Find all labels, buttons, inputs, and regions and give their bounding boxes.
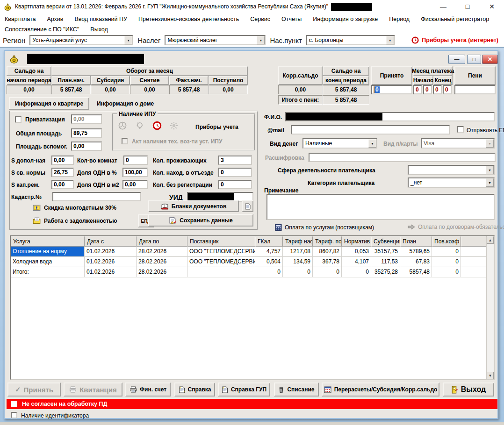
col-data-s[interactable]: Дата с xyxy=(85,236,137,247)
month-end-1-input[interactable]: 0 xyxy=(433,85,442,94)
residents-input[interactable]: 3 xyxy=(218,156,252,165)
s-norm-input[interactable]: 26,75 xyxy=(51,168,74,177)
menu-pretenzionno[interactable]: Претензионно-исковая деятельность xyxy=(138,16,239,22)
note-textarea[interactable] xyxy=(266,194,495,220)
cell[interactable]: 0 xyxy=(313,267,342,277)
month-start-1-input[interactable]: 0 xyxy=(413,85,422,94)
menu-arhiv[interactable]: Архив xyxy=(47,16,63,22)
consent-checkbox[interactable] xyxy=(11,401,17,407)
col-usluga[interactable]: Услуга xyxy=(11,236,85,247)
fio-input[interactable] xyxy=(285,112,495,121)
menu-vvod-pokazaniy[interactable]: Ввод показаний ПУ xyxy=(74,16,127,22)
money-type-combobox[interactable]: Наличные ▼ xyxy=(302,138,377,149)
large-family-discount-link[interactable]: Скидка многодетным 30% xyxy=(33,204,116,212)
month-end-2-input[interactable]: 0 xyxy=(443,85,452,94)
cell[interactable]: 0 xyxy=(432,247,461,257)
recalc-subsidy-button[interactable]: Перерасчеты/Субсидия/Корр.сальдо xyxy=(322,382,439,397)
cell[interactable]: 28.02.2026 xyxy=(137,257,187,267)
cell[interactable]: 28.02.2026 xyxy=(137,247,187,257)
privatization-checkbox[interactable] xyxy=(15,116,22,123)
debt-work-link[interactable]: Работа с задолженностью xyxy=(33,217,117,225)
exit-button[interactable]: Выход xyxy=(443,382,494,397)
save-data-button[interactable]: Сохранить данные xyxy=(148,214,253,227)
cell[interactable]: 4,107 xyxy=(342,257,371,267)
region-combobox[interactable]: Усть-Алданский улус ▼ xyxy=(29,35,133,45)
menu-kvartplata[interactable]: Квартплата xyxy=(5,16,36,22)
cell[interactable]: 01.02.2026 xyxy=(85,257,137,267)
document-blanks-button[interactable]: Бланки документов xyxy=(148,200,239,212)
cell[interactable]: 35275,28 xyxy=(371,267,400,277)
menu-fiskalny-registrator[interactable]: Фискальный регистратор xyxy=(421,16,489,22)
col-postavshchik[interactable]: Поставщик xyxy=(187,236,255,247)
spravka-button[interactable]: Справка xyxy=(174,382,215,397)
cell[interactable]: 5857,48 xyxy=(400,267,432,277)
col-data-po[interactable]: Дата по xyxy=(137,236,187,247)
col-tarif-nas[interactable]: Тариф нас. xyxy=(283,236,313,247)
grid-row-heating[interactable]: Отопление на норму 01.02.2026 28.02.2026… xyxy=(11,247,494,257)
single-blank-button[interactable] xyxy=(242,200,253,212)
unregistered-input[interactable]: 0 xyxy=(218,180,252,189)
child-close-button[interactable]: ✕ xyxy=(482,55,498,64)
cell[interactable]: 0 xyxy=(432,257,461,267)
cell[interactable]: 01.02.2026 xyxy=(85,267,137,277)
accepted-input[interactable]: 0 xyxy=(371,85,412,94)
spisanie-button[interactable]: Списание xyxy=(274,382,319,397)
spravka-gup-button[interactable]: Справка ГУП xyxy=(218,382,270,397)
maximize-button[interactable]: □ xyxy=(455,0,480,13)
money-type-dropdown-icon[interactable]: ▼ xyxy=(368,139,376,148)
identifier-checkbox[interactable] xyxy=(11,412,17,418)
payer-category-combobox[interactable]: _нет ▼ xyxy=(408,177,495,188)
cell[interactable]: ООО "ТЕПЛОМЕДСЕРВИ xyxy=(187,257,255,267)
cell[interactable]: 67,83 xyxy=(400,257,432,267)
month-start-2-input[interactable]: 0 xyxy=(423,85,432,94)
payer-sphere-combobox[interactable]: _ ▼ xyxy=(408,165,495,175)
menu-period[interactable]: Период xyxy=(389,16,410,22)
cell-service[interactable]: Итого: xyxy=(11,267,85,277)
col-pov-koef[interactable]: Пов.коэф xyxy=(432,236,461,247)
cell[interactable]: 0 xyxy=(342,267,371,277)
odn-m2-input[interactable]: 0,00 xyxy=(122,180,148,189)
cell[interactable]: 35157,75 xyxy=(371,247,400,257)
peni-input[interactable] xyxy=(454,85,496,94)
child-restore-button[interactable]: □ xyxy=(467,55,481,64)
scroll-up-icon[interactable]: ▲ xyxy=(487,236,494,244)
rooms-input[interactable]: 0 xyxy=(123,156,148,165)
child-minimize-button[interactable]: — xyxy=(448,55,465,64)
cell[interactable]: 8607,82 xyxy=(313,247,342,257)
col-subvenciya[interactable]: Субвенция xyxy=(371,236,400,247)
cell[interactable]: 4,757 xyxy=(255,247,283,257)
menu-informaciya-o-zagruzke[interactable]: Информация о загрузке xyxy=(313,16,378,22)
cell[interactable]: 0,504 xyxy=(255,257,283,267)
cell[interactable]: 0,053 xyxy=(342,247,371,257)
cell[interactable]: 134,59 xyxy=(283,257,313,267)
odn-pct-input[interactable]: 100,00 xyxy=(122,168,148,177)
grid-row-cold-water[interactable]: Холодная вода 01.02.2026 28.02.2026 ООО … xyxy=(11,257,494,267)
naspunkt-combobox[interactable]: с. Борогонцы ▼ xyxy=(306,35,395,45)
s-dop-input[interactable]: 0,00 xyxy=(51,156,74,165)
total-area-input[interactable]: 89,75 xyxy=(71,128,102,138)
nasleg-combobox[interactable]: Мюрюнский наслег ▼ xyxy=(165,35,266,45)
services-grid[interactable]: Услуга Дата с Дата по Поставщик ГКал Тар… xyxy=(10,235,495,380)
cell[interactable]: 0 xyxy=(432,267,461,277)
cell[interactable]: 367,78 xyxy=(313,257,342,267)
cell[interactable]: ООО "ТЕПЛОМЕДСЕРВИ xyxy=(187,247,255,257)
col-tarif-post[interactable]: Тариф. пост xyxy=(313,236,342,247)
s-kap-input[interactable]: 0,00 xyxy=(51,180,74,189)
menu-servis[interactable]: Сервис xyxy=(250,16,270,22)
mail-input[interactable] xyxy=(291,125,450,135)
pay-by-services-link[interactable]: Оплата по услугам (поставщикам) xyxy=(275,224,374,231)
cell[interactable]: 1217,08 xyxy=(283,247,313,257)
cadastre-input[interactable] xyxy=(52,192,141,201)
aux-area-input[interactable]: 0,00 xyxy=(71,142,102,151)
cell[interactable]: 5789,65 xyxy=(400,247,432,257)
nasleg-dropdown-icon[interactable]: ▼ xyxy=(257,36,265,44)
col-plan[interactable]: План xyxy=(400,236,432,247)
tab-apartment-info[interactable]: Информация о квартире xyxy=(9,97,89,110)
payer-category-dropdown-icon[interactable]: ▼ xyxy=(486,178,494,187)
menu-vyhod[interactable]: Выход xyxy=(90,26,108,33)
cell[interactable]: 28.02.2026 xyxy=(137,267,187,277)
minimize-button[interactable]: — xyxy=(431,0,455,13)
menu-otchety[interactable]: Отчеты xyxy=(281,16,302,22)
naspunkt-dropdown-icon[interactable]: ▼ xyxy=(386,36,394,44)
grid-row-total[interactable]: Итого: 01.02.2026 28.02.2026 0 0 0 0 352… xyxy=(11,267,494,277)
